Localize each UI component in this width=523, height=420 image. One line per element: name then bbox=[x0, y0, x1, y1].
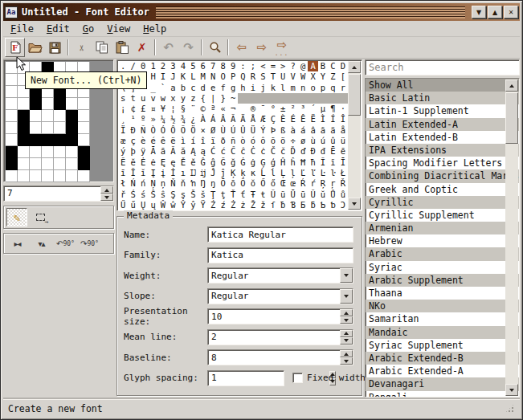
charmap-cell[interactable]: ŕ bbox=[308, 178, 317, 189]
charmap-cell[interactable]: ī bbox=[118, 168, 128, 178]
mean-line-field[interactable] bbox=[207, 329, 353, 345]
charmap-cell[interactable]: l bbox=[278, 83, 288, 93]
block-item-cyrillic-supplement[interactable]: Cyrillic Supplement bbox=[366, 209, 519, 222]
charmap-cell[interactable]: Ƃ bbox=[298, 200, 308, 210]
glyph-pixel-6-3[interactable] bbox=[42, 134, 54, 146]
charmap-cell[interactable]: O bbox=[218, 71, 227, 82]
charmap-cell[interactable]: | bbox=[208, 93, 218, 104]
charmap-cell[interactable]: Ò bbox=[148, 125, 157, 136]
glyph-pixel-6-1[interactable] bbox=[18, 134, 30, 146]
charmap-cell[interactable]: ĉ bbox=[238, 146, 247, 157]
flip-horizontal-button[interactable]: ▸◂ bbox=[6, 235, 28, 251]
charmap-cell[interactable]: Q bbox=[238, 71, 247, 82]
charmap-cell[interactable]: ĕ bbox=[129, 157, 138, 168]
charmap-cell[interactable]: Ä bbox=[238, 114, 247, 124]
charmap-cell[interactable]: g bbox=[228, 83, 238, 93]
charmap-cell[interactable]: ŗ bbox=[328, 178, 337, 189]
charmap-cell[interactable]: 2 bbox=[158, 61, 168, 71]
charmap-cell[interactable]: ƃ bbox=[308, 200, 317, 210]
charmap-cell[interactable]: Ŋ bbox=[198, 178, 208, 189]
charmap-cell[interactable]: Ž bbox=[248, 200, 258, 210]
charmap-cell[interactable]: / bbox=[129, 61, 138, 71]
charmap-cell[interactable]: x bbox=[168, 93, 178, 104]
charmap-cell[interactable]: ś bbox=[138, 190, 148, 200]
charmap-cell[interactable]: Þ bbox=[268, 125, 278, 136]
charmap-cell[interactable]: @ bbox=[298, 61, 308, 71]
charmap-cell[interactable]: ª bbox=[208, 104, 218, 114]
charmap-cell[interactable]: Ţ bbox=[208, 190, 218, 200]
find-button[interactable] bbox=[205, 38, 225, 57]
charmap-cell[interactable]: µ bbox=[318, 104, 328, 114]
charmap-cell[interactable]: U bbox=[278, 71, 288, 82]
charmap-cell[interactable]: Ś bbox=[129, 190, 138, 200]
block-item-thaana[interactable]: Thaana bbox=[366, 287, 519, 300]
charmap-cell[interactable]: ĥ bbox=[288, 157, 298, 168]
goto-button[interactable]: ⇨... bbox=[272, 38, 292, 57]
charmap-cell[interactable]: Č bbox=[268, 146, 278, 157]
charmap-cell[interactable]: · bbox=[338, 104, 348, 114]
spin-up-button[interactable] bbox=[340, 330, 353, 337]
charmap-cell[interactable]: L bbox=[188, 71, 198, 82]
charmap-cell[interactable]: ř bbox=[118, 190, 128, 200]
charmap-cell[interactable]: ŉ bbox=[188, 178, 198, 189]
glyph-pixel-6-6[interactable] bbox=[78, 134, 90, 146]
charmap-cell[interactable]: õ bbox=[268, 136, 278, 146]
baseline-input[interactable] bbox=[208, 350, 340, 365]
charmap-cell[interactable]: ¶ bbox=[328, 104, 337, 114]
baseline-field[interactable] bbox=[207, 349, 353, 365]
charmap-cell[interactable]: Ŏ bbox=[238, 178, 247, 189]
charmap-scrollbar[interactable] bbox=[348, 61, 361, 210]
charmap-cell[interactable]: ® bbox=[248, 104, 258, 114]
glyph-spacing-field[interactable] bbox=[207, 370, 284, 386]
charmap-cell[interactable]: ç bbox=[129, 136, 138, 146]
charmap-cell[interactable]: ß bbox=[278, 125, 288, 136]
charmap-cell[interactable]: Ĥ bbox=[278, 157, 288, 168]
charmap-cell[interactable]: À bbox=[198, 114, 208, 124]
menu-edit[interactable]: Edit bbox=[41, 22, 77, 36]
charmap-cell[interactable]: Ĉ bbox=[228, 146, 238, 157]
spin-down-button[interactable] bbox=[340, 316, 353, 324]
charmap-cell[interactable]: ģ bbox=[268, 157, 278, 168]
glyph-width-spinner[interactable]: 7 bbox=[3, 186, 114, 202]
glyph-pixel-1-0[interactable] bbox=[6, 74, 18, 86]
charmap-cell[interactable]: Õ bbox=[178, 125, 188, 136]
cut-button[interactable]: ✂ bbox=[72, 38, 92, 57]
charmap-cell[interactable]: ĸ bbox=[248, 168, 258, 178]
charmap-cell[interactable]: ņ bbox=[158, 178, 168, 189]
charmap-cell[interactable]: Ŷ bbox=[178, 200, 188, 210]
charmap-cell[interactable]: » bbox=[148, 114, 157, 124]
charmap-cell[interactable]: r bbox=[338, 83, 348, 93]
charmap-cell[interactable]: Ƅ bbox=[318, 200, 328, 210]
scroll-up-button[interactable] bbox=[348, 61, 361, 73]
presentation-size-field[interactable] bbox=[207, 308, 353, 324]
charmap-cell[interactable]: ¬ bbox=[228, 104, 238, 114]
charmap-cell[interactable]: Ï bbox=[118, 125, 128, 136]
block-item-arabic-supplement[interactable]: Arabic Supplement bbox=[366, 274, 519, 287]
open-button[interactable] bbox=[25, 38, 45, 57]
charmap-cell[interactable]: f bbox=[218, 83, 227, 93]
charmap-cell[interactable]: Ũ bbox=[268, 190, 278, 200]
charmap-cell[interactable]: n bbox=[298, 83, 308, 93]
block-item-arabic-extended-b[interactable]: Arabic Extended-B bbox=[366, 352, 519, 365]
charmap-cell[interactable]: h bbox=[238, 83, 247, 93]
charmap-cell[interactable]: ã bbox=[318, 125, 328, 136]
charmap-cell[interactable]: Ł bbox=[338, 168, 348, 178]
glyph-pixel-3-0[interactable] bbox=[6, 98, 18, 110]
charmap-cell[interactable]: Š bbox=[188, 190, 198, 200]
copy-button[interactable] bbox=[92, 38, 112, 57]
charmap-cell[interactable]: ŋ bbox=[208, 178, 218, 189]
charmap-cell[interactable]: č bbox=[278, 146, 288, 157]
charmap-cell[interactable]: M bbox=[198, 71, 208, 82]
charmap-cell[interactable]: ľ bbox=[308, 168, 317, 178]
family-input[interactable] bbox=[208, 248, 353, 263]
charmap-cell[interactable]: ¤ bbox=[148, 104, 157, 114]
charmap-cell[interactable]: ġ bbox=[248, 157, 258, 168]
block-item-combining-diacritical-marks[interactable]: Combining Diacritical Marks bbox=[366, 169, 519, 182]
charmap-cell[interactable]: ĩ bbox=[328, 157, 337, 168]
charmap-cell[interactable]: è bbox=[138, 136, 148, 146]
name-input[interactable] bbox=[208, 227, 353, 242]
charmap-cell[interactable]: ô bbox=[258, 136, 268, 146]
block-item-bengali[interactable]: Bengali bbox=[366, 391, 519, 398]
charmap-cell[interactable]: ň bbox=[178, 178, 188, 189]
charmap-cell[interactable]: 8 bbox=[218, 61, 227, 71]
